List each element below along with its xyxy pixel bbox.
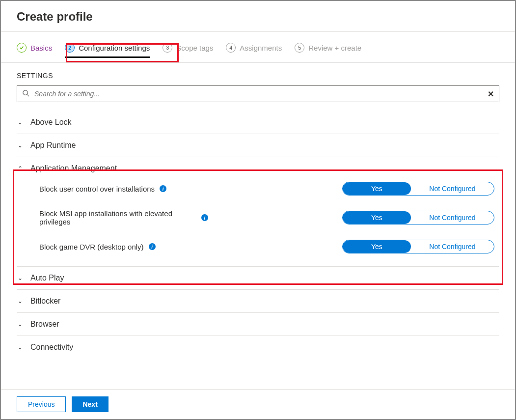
search-box[interactable]: ✕ [17, 85, 499, 102]
tab-basics[interactable]: Basics [17, 43, 52, 56]
setting-label: Block game DVR (desktop only) i [39, 243, 241, 251]
group-above-lock: ⌄ Above Lock [17, 111, 499, 134]
setting-label: Block user control over installations i [39, 185, 241, 193]
setting-row: Block game DVR (desktop only) i Yes Not … [39, 240, 499, 253]
group-body: Block user control over installations i … [17, 173, 499, 259]
toggle-block-msi-elevated[interactable]: Yes Not Configured [342, 211, 494, 224]
setting-label: Block MSI app installations with elevate… [39, 209, 241, 226]
check-icon [17, 43, 27, 53]
group-title: Connectivity [30, 343, 73, 352]
chevron-down-icon: ⌄ [17, 142, 24, 149]
svg-point-0 [23, 90, 27, 94]
footer: Previous Next [1, 389, 515, 419]
setting-row: Block MSI app installations with elevate… [39, 209, 499, 226]
step-number-icon: 2 [65, 43, 75, 53]
setting-text: Block user control over installations [39, 185, 155, 193]
page-title: Create profile [1, 1, 515, 31]
group-title: Above Lock [30, 118, 72, 127]
group-connectivity: ⌄ Connectivity [17, 336, 499, 357]
group-header[interactable]: ⌃ Application Management [17, 164, 499, 173]
chevron-down-icon: ⌄ [17, 298, 24, 305]
chevron-up-icon: ⌃ [17, 165, 24, 172]
group-header[interactable]: ⌄ Bitlocker [17, 297, 499, 306]
group-auto-play: ⌄ Auto Play [17, 267, 499, 290]
tab-label: Configuration settings [79, 44, 150, 52]
group-title: Auto Play [30, 274, 64, 282]
group-application-management: ⌃ Application Management Block user cont… [17, 157, 499, 267]
step-number-icon: 3 [163, 43, 172, 53]
toggle-block-game-dvr[interactable]: Yes Not Configured [342, 240, 494, 253]
active-tab-underline [65, 56, 150, 58]
chevron-down-icon: ⌄ [17, 344, 24, 351]
info-icon[interactable]: i [201, 214, 208, 221]
chevron-down-icon: ⌄ [17, 321, 24, 328]
chevron-down-icon: ⌄ [17, 119, 24, 126]
tab-review-create[interactable]: 5 Review + create [295, 43, 361, 56]
toggle-block-user-control[interactable]: Yes Not Configured [342, 182, 494, 196]
chevron-down-icon: ⌄ [17, 275, 24, 281]
svg-line-1 [27, 94, 29, 96]
group-title: Application Management [30, 164, 117, 173]
step-number-icon: 5 [295, 43, 304, 53]
step-number-icon: 4 [226, 43, 236, 53]
toggle-option-notconfigured[interactable]: Not Configured [411, 211, 494, 224]
group-bitlocker: ⌄ Bitlocker [17, 290, 499, 313]
section-label: SETTINGS [1, 63, 515, 85]
toggle-option-yes[interactable]: Yes [343, 211, 411, 224]
tab-assignments[interactable]: 4 Assignments [226, 43, 282, 56]
tab-label: Review + create [308, 44, 361, 52]
wizard-tabs: Basics 2 Configuration settings 3 Scope … [1, 32, 515, 63]
search-input[interactable] [34, 90, 483, 98]
info-icon[interactable]: i [149, 243, 156, 250]
group-title: Browser [30, 320, 59, 329]
group-header[interactable]: ⌄ App Runtime [17, 141, 499, 150]
group-header[interactable]: ⌄ Auto Play [17, 274, 499, 282]
toggle-option-yes[interactable]: Yes [343, 182, 411, 195]
group-header[interactable]: ⌄ Above Lock [17, 118, 499, 127]
clear-icon[interactable]: ✕ [488, 89, 494, 99]
tab-label: Basics [30, 44, 52, 52]
tab-scope-tags[interactable]: 3 Scope tags [163, 43, 213, 56]
setting-row: Block user control over installations i … [39, 182, 499, 196]
tab-label: Scope tags [176, 44, 213, 52]
setting-text: Block game DVR (desktop only) [39, 243, 144, 251]
tab-label: Assignments [240, 44, 282, 52]
toggle-option-yes[interactable]: Yes [343, 240, 411, 253]
toggle-option-notconfigured[interactable]: Not Configured [411, 182, 494, 195]
tab-configuration-settings[interactable]: 2 Configuration settings [65, 43, 150, 56]
group-title: App Runtime [30, 141, 76, 150]
group-title: Bitlocker [30, 297, 60, 306]
next-button[interactable]: Next [72, 396, 108, 412]
previous-button[interactable]: Previous [17, 396, 66, 412]
group-browser: ⌄ Browser [17, 313, 499, 336]
search-icon [22, 89, 29, 99]
toggle-option-notconfigured[interactable]: Not Configured [411, 240, 494, 253]
group-header[interactable]: ⌄ Browser [17, 320, 499, 329]
setting-text: Block MSI app installations with elevate… [39, 209, 196, 226]
group-app-runtime: ⌄ App Runtime [17, 134, 499, 157]
group-header[interactable]: ⌄ Connectivity [17, 343, 499, 352]
info-icon[interactable]: i [160, 185, 166, 192]
settings-list: ⌄ Above Lock ⌄ App Runtime ⌃ Application… [1, 111, 515, 357]
